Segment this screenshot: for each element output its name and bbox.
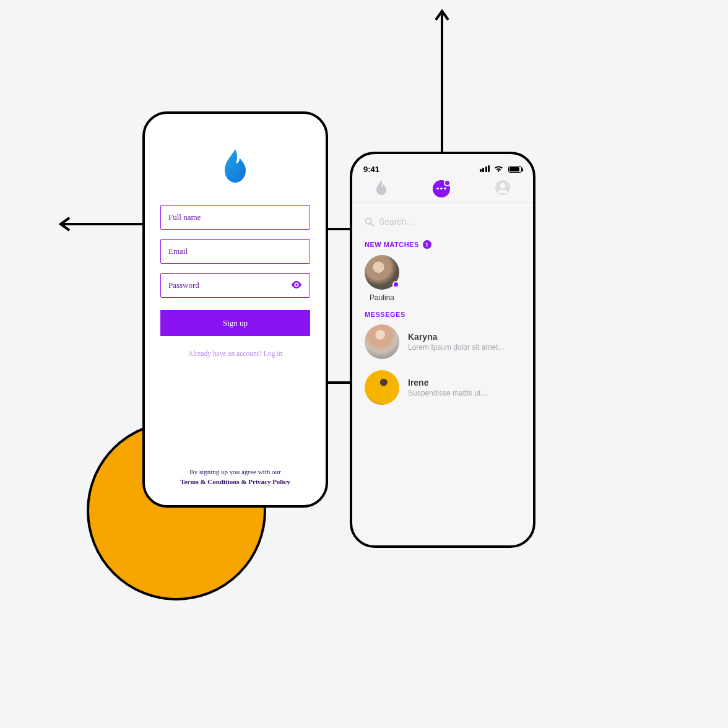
nav-profile-icon[interactable] — [495, 180, 511, 198]
online-dot — [392, 281, 399, 288]
message-list: Karyna Lorem Ipsum dolor sit amet... Ire… — [352, 324, 533, 416]
status-indicators — [479, 164, 522, 174]
new-matches-header: NEW MATCHES 1 — [352, 232, 533, 255]
avatar — [365, 324, 399, 359]
svg-point-4 — [500, 183, 506, 188]
status-time: 9:41 — [363, 165, 379, 174]
email-field[interactable] — [168, 246, 302, 256]
thread-preview: Lorem Ipsum dolor sit amet... — [408, 343, 504, 352]
new-matches-count: 1 — [423, 240, 431, 249]
connector-bottom — [326, 381, 353, 384]
password-field-wrapper — [160, 273, 310, 298]
wifi-icon — [494, 164, 503, 174]
terms-privacy-link[interactable]: Terms & Conditions & Privacy Policy — [145, 477, 326, 487]
battery-icon — [508, 166, 522, 173]
avatar — [365, 255, 399, 290]
thread-name: Irene — [408, 378, 487, 388]
nav-discover-icon[interactable] — [375, 180, 388, 198]
search-row[interactable]: Search... — [352, 203, 533, 232]
footer-line1: By signing up you agree with our — [145, 467, 326, 477]
new-matches-label: NEW MATCHES — [365, 241, 419, 248]
signup-button[interactable]: Sign up — [160, 310, 310, 336]
match-item[interactable]: Paulina — [365, 255, 399, 302]
thread-preview: Suspendisse mattis ut... — [408, 389, 487, 397]
nav-chat-icon[interactable] — [433, 180, 450, 197]
messages-label: MESSEGES — [365, 311, 405, 318]
phone-messages: 9:41 Search... NEW MATCHES 1 — [350, 152, 535, 548]
arrow-up — [435, 6, 449, 155]
search-placeholder: Search... — [379, 217, 414, 227]
fullname-field[interactable] — [168, 212, 302, 222]
flame-icon — [221, 148, 249, 184]
message-thread[interactable]: Irene Suspendisse mattis ut... — [365, 370, 521, 405]
signup-form: Sign up Already have an account? Log in — [145, 205, 326, 357]
signup-footer: By signing up you agree with our Terms &… — [145, 467, 326, 487]
connector-top — [326, 228, 353, 230]
signal-icon — [479, 165, 490, 174]
avatar — [365, 370, 399, 405]
svg-point-2 — [295, 284, 297, 285]
app-logo — [221, 148, 249, 186]
thread-name: Karyna — [408, 332, 504, 342]
login-link[interactable]: Already have an account? Log in — [160, 350, 310, 357]
messages-header: MESSEGES — [352, 302, 533, 324]
password-field[interactable] — [168, 280, 302, 290]
matches-row: Paulina — [352, 255, 533, 302]
message-thread[interactable]: Karyna Lorem Ipsum dolor sit amet... — [365, 324, 521, 359]
email-field-wrapper — [160, 239, 310, 264]
phone-signup: Sign up Already have an account? Log in … — [142, 111, 328, 508]
arrow-left — [56, 217, 149, 232]
fullname-field-wrapper — [160, 205, 310, 230]
top-nav — [352, 178, 533, 203]
svg-line-6 — [371, 223, 373, 226]
search-icon — [365, 217, 374, 227]
match-name: Paulina — [365, 293, 399, 302]
status-bar: 9:41 — [352, 160, 533, 178]
show-password-icon[interactable] — [291, 280, 302, 291]
